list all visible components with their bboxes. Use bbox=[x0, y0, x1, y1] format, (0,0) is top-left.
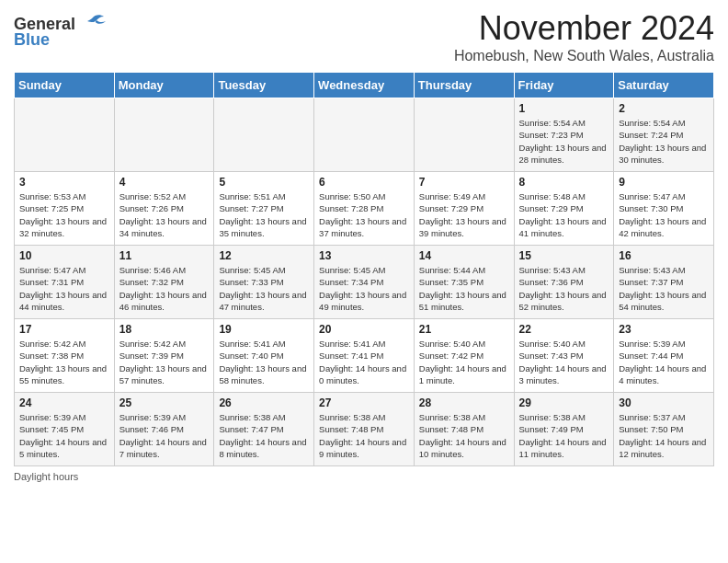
calendar-cell: 30Sunrise: 5:37 AM Sunset: 7:50 PM Dayli… bbox=[614, 393, 714, 466]
calendar-cell: 29Sunrise: 5:38 AM Sunset: 7:49 PM Dayli… bbox=[514, 393, 614, 466]
calendar-cell bbox=[15, 98, 115, 172]
calendar-cell: 12Sunrise: 5:45 AM Sunset: 7:33 PM Dayli… bbox=[214, 246, 314, 319]
calendar-cell: 4Sunrise: 5:52 AM Sunset: 7:26 PM Daylig… bbox=[114, 172, 214, 246]
calendar-cell: 9Sunrise: 5:47 AM Sunset: 7:30 PM Daylig… bbox=[614, 172, 714, 246]
day-number: 28 bbox=[419, 396, 509, 409]
calendar-cell: 25Sunrise: 5:39 AM Sunset: 7:46 PM Dayli… bbox=[114, 393, 214, 466]
calendar-cell bbox=[214, 98, 314, 172]
month-title: November 2024 bbox=[454, 9, 714, 48]
calendar-cell: 13Sunrise: 5:45 AM Sunset: 7:34 PM Dayli… bbox=[314, 246, 415, 319]
calendar-cell: 27Sunrise: 5:38 AM Sunset: 7:48 PM Dayli… bbox=[314, 393, 415, 466]
calendar-cell: 7Sunrise: 5:49 AM Sunset: 7:29 PM Daylig… bbox=[414, 172, 514, 246]
day-number: 25 bbox=[119, 396, 210, 409]
calendar-week-1: 1Sunrise: 5:54 AM Sunset: 7:23 PM Daylig… bbox=[15, 98, 714, 172]
day-number: 16 bbox=[619, 249, 709, 262]
day-info: Sunrise: 5:37 AM Sunset: 7:50 PM Dayligh… bbox=[619, 411, 709, 460]
calendar-cell: 26Sunrise: 5:38 AM Sunset: 7:47 PM Dayli… bbox=[214, 393, 314, 466]
footer: Daylight hours bbox=[14, 471, 714, 482]
logo: General Blue bbox=[14, 14, 108, 50]
col-header-monday: Monday bbox=[114, 73, 214, 98]
day-info: Sunrise: 5:43 AM Sunset: 7:36 PM Dayligh… bbox=[519, 264, 609, 313]
day-number: 13 bbox=[319, 249, 409, 262]
day-info: Sunrise: 5:54 AM Sunset: 7:24 PM Dayligh… bbox=[619, 117, 709, 166]
day-info: Sunrise: 5:41 AM Sunset: 7:40 PM Dayligh… bbox=[219, 338, 309, 386]
day-number: 22 bbox=[519, 323, 609, 336]
logo-bird-icon bbox=[78, 14, 108, 34]
calendar-week-2: 3Sunrise: 5:53 AM Sunset: 7:25 PM Daylig… bbox=[15, 172, 714, 246]
day-info: Sunrise: 5:38 AM Sunset: 7:48 PM Dayligh… bbox=[419, 411, 509, 460]
day-info: Sunrise: 5:51 AM Sunset: 7:27 PM Dayligh… bbox=[219, 190, 309, 239]
day-number: 30 bbox=[619, 396, 709, 409]
col-header-saturday: Saturday bbox=[614, 73, 714, 98]
day-info: Sunrise: 5:42 AM Sunset: 7:39 PM Dayligh… bbox=[119, 338, 210, 386]
day-info: Sunrise: 5:40 AM Sunset: 7:43 PM Dayligh… bbox=[519, 338, 609, 386]
calendar-cell: 1Sunrise: 5:54 AM Sunset: 7:23 PM Daylig… bbox=[514, 98, 614, 172]
day-number: 9 bbox=[619, 176, 709, 189]
day-number: 1 bbox=[519, 102, 609, 115]
calendar-cell: 8Sunrise: 5:48 AM Sunset: 7:29 PM Daylig… bbox=[514, 172, 614, 246]
day-info: Sunrise: 5:47 AM Sunset: 7:30 PM Dayligh… bbox=[619, 190, 709, 239]
calendar-cell: 16Sunrise: 5:43 AM Sunset: 7:37 PM Dayli… bbox=[614, 246, 714, 319]
calendar-cell: 20Sunrise: 5:41 AM Sunset: 7:41 PM Dayli… bbox=[314, 319, 415, 393]
col-header-sunday: Sunday bbox=[15, 73, 115, 98]
title-section: November 2024 Homebush, New South Wales,… bbox=[454, 9, 714, 64]
day-number: 21 bbox=[419, 323, 509, 336]
day-info: Sunrise: 5:48 AM Sunset: 7:29 PM Dayligh… bbox=[519, 190, 609, 239]
col-header-friday: Friday bbox=[514, 73, 614, 98]
day-info: Sunrise: 5:44 AM Sunset: 7:35 PM Dayligh… bbox=[419, 264, 509, 313]
calendar-cell: 14Sunrise: 5:44 AM Sunset: 7:35 PM Dayli… bbox=[414, 246, 514, 319]
day-number: 7 bbox=[419, 176, 509, 189]
day-number: 5 bbox=[219, 176, 309, 189]
col-header-thursday: Thursday bbox=[414, 73, 514, 98]
calendar-cell: 23Sunrise: 5:39 AM Sunset: 7:44 PM Dayli… bbox=[614, 319, 714, 393]
day-number: 11 bbox=[119, 249, 210, 262]
calendar-cell: 22Sunrise: 5:40 AM Sunset: 7:43 PM Dayli… bbox=[514, 319, 614, 393]
day-info: Sunrise: 5:39 AM Sunset: 7:46 PM Dayligh… bbox=[119, 411, 210, 460]
day-number: 8 bbox=[519, 176, 609, 189]
col-header-wednesday: Wednesday bbox=[314, 73, 415, 98]
calendar-cell bbox=[114, 98, 214, 172]
day-info: Sunrise: 5:50 AM Sunset: 7:28 PM Dayligh… bbox=[319, 190, 409, 239]
calendar-cell bbox=[414, 98, 514, 172]
day-info: Sunrise: 5:40 AM Sunset: 7:42 PM Dayligh… bbox=[419, 338, 509, 386]
day-number: 27 bbox=[319, 396, 409, 409]
day-number: 3 bbox=[19, 176, 109, 189]
calendar-cell: 28Sunrise: 5:38 AM Sunset: 7:48 PM Dayli… bbox=[414, 393, 514, 466]
daylight-hours-label: Daylight hours bbox=[14, 471, 78, 482]
location-subtitle: Homebush, New South Wales, Australia bbox=[454, 48, 714, 64]
day-info: Sunrise: 5:46 AM Sunset: 7:32 PM Dayligh… bbox=[119, 264, 210, 313]
calendar-cell: 5Sunrise: 5:51 AM Sunset: 7:27 PM Daylig… bbox=[214, 172, 314, 246]
day-info: Sunrise: 5:47 AM Sunset: 7:31 PM Dayligh… bbox=[19, 264, 109, 313]
day-number: 29 bbox=[519, 396, 609, 409]
day-info: Sunrise: 5:49 AM Sunset: 7:29 PM Dayligh… bbox=[419, 190, 509, 239]
calendar-week-3: 10Sunrise: 5:47 AM Sunset: 7:31 PM Dayli… bbox=[15, 246, 714, 319]
day-info: Sunrise: 5:54 AM Sunset: 7:23 PM Dayligh… bbox=[519, 117, 609, 166]
day-info: Sunrise: 5:41 AM Sunset: 7:41 PM Dayligh… bbox=[319, 338, 409, 386]
logo-blue-text: Blue bbox=[14, 30, 50, 50]
calendar-cell: 3Sunrise: 5:53 AM Sunset: 7:25 PM Daylig… bbox=[15, 172, 115, 246]
day-number: 23 bbox=[619, 323, 709, 336]
day-number: 2 bbox=[619, 102, 709, 115]
page-header: General Blue November 2024 Homebush, New… bbox=[14, 9, 714, 64]
calendar-table: SundayMondayTuesdayWednesdayThursdayFrid… bbox=[14, 72, 714, 466]
calendar-week-5: 24Sunrise: 5:39 AM Sunset: 7:45 PM Dayli… bbox=[15, 393, 714, 466]
calendar-cell: 24Sunrise: 5:39 AM Sunset: 7:45 PM Dayli… bbox=[15, 393, 115, 466]
calendar-cell: 2Sunrise: 5:54 AM Sunset: 7:24 PM Daylig… bbox=[614, 98, 714, 172]
day-info: Sunrise: 5:38 AM Sunset: 7:47 PM Dayligh… bbox=[219, 411, 309, 460]
calendar-cell: 11Sunrise: 5:46 AM Sunset: 7:32 PM Dayli… bbox=[114, 246, 214, 319]
calendar-cell: 6Sunrise: 5:50 AM Sunset: 7:28 PM Daylig… bbox=[314, 172, 415, 246]
day-info: Sunrise: 5:53 AM Sunset: 7:25 PM Dayligh… bbox=[19, 190, 109, 239]
day-info: Sunrise: 5:38 AM Sunset: 7:48 PM Dayligh… bbox=[319, 411, 409, 460]
calendar-cell: 10Sunrise: 5:47 AM Sunset: 7:31 PM Dayli… bbox=[15, 246, 115, 319]
day-number: 19 bbox=[219, 323, 309, 336]
calendar-cell: 15Sunrise: 5:43 AM Sunset: 7:36 PM Dayli… bbox=[514, 246, 614, 319]
calendar-cell: 21Sunrise: 5:40 AM Sunset: 7:42 PM Dayli… bbox=[414, 319, 514, 393]
day-number: 4 bbox=[119, 176, 210, 189]
day-number: 24 bbox=[19, 396, 109, 409]
day-info: Sunrise: 5:38 AM Sunset: 7:49 PM Dayligh… bbox=[519, 411, 609, 460]
calendar-cell: 18Sunrise: 5:42 AM Sunset: 7:39 PM Dayli… bbox=[114, 319, 214, 393]
day-number: 15 bbox=[519, 249, 609, 262]
day-info: Sunrise: 5:45 AM Sunset: 7:33 PM Dayligh… bbox=[219, 264, 309, 313]
day-number: 14 bbox=[419, 249, 509, 262]
day-number: 10 bbox=[19, 249, 109, 262]
